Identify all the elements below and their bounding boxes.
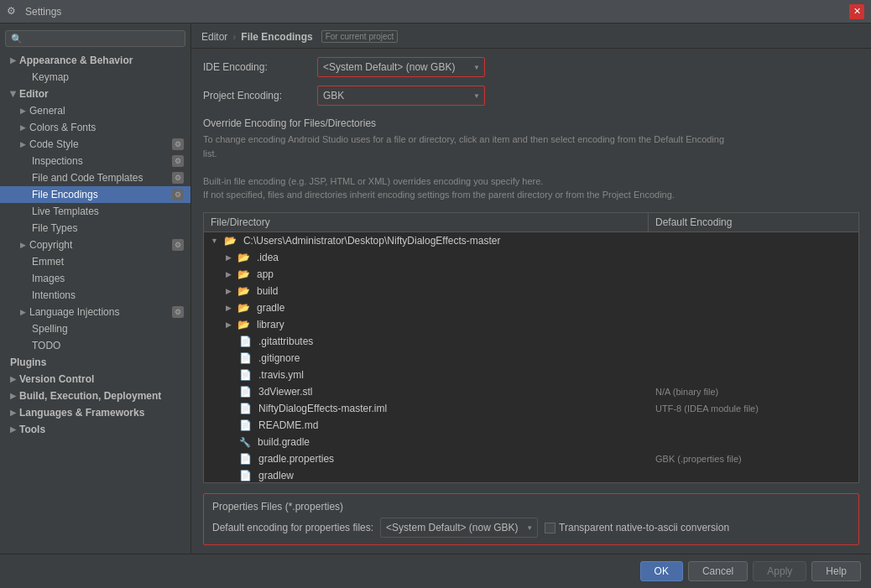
- file-row[interactable]: ▶📂library: [204, 316, 858, 333]
- sidebar-arrow-version-control: ▶: [10, 375, 16, 383]
- file-table-header: File/Directory Default Encoding: [204, 213, 858, 232]
- sidebar-label-general: General: [29, 105, 65, 117]
- sidebar-label-appearance: Appearance & Behavior: [19, 55, 133, 66]
- sidebar-item-keymap[interactable]: Keymap: [0, 69, 190, 86]
- sidebar-label-editor: Editor: [19, 88, 49, 100]
- sidebar-arrow-editor: ▶: [9, 91, 18, 97]
- file-row[interactable]: ▶📂gradle: [204, 299, 858, 316]
- folder-arrow-icon: ▶: [226, 320, 232, 329]
- sidebar-arrow-appearance: ▶: [10, 56, 16, 65]
- sidebar-item-file-encodings[interactable]: File Encodings⚙: [0, 186, 190, 203]
- file-name: .idea: [257, 252, 279, 263]
- file-row[interactable]: ▶📂app: [204, 266, 858, 283]
- file-row[interactable]: 📄3dViewer.stlN/A (binary file): [204, 383, 858, 400]
- sidebar-item-version-control[interactable]: ▶Version Control: [0, 371, 190, 388]
- settings-icon-file-encodings: ⚙: [172, 189, 184, 200]
- file-row[interactable]: 📄README.md: [204, 417, 858, 434]
- settings-icon-copyright: ⚙: [172, 239, 184, 251]
- help-button[interactable]: Help: [811, 561, 861, 581]
- sidebar-item-live-templates[interactable]: Live Templates: [0, 203, 190, 220]
- sidebar-item-plugins[interactable]: Plugins: [0, 354, 190, 371]
- sidebar-item-emmet[interactable]: Emmet: [0, 253, 190, 270]
- sidebar-item-colors-fonts[interactable]: ▶Colors & Fonts: [0, 119, 190, 136]
- sidebar-label-colors-fonts: Colors & Fonts: [29, 122, 96, 133]
- file-name: build: [257, 285, 278, 297]
- sidebar-item-appearance[interactable]: ▶Appearance & Behavior: [0, 52, 190, 69]
- search-box[interactable]: 🔍: [5, 30, 185, 47]
- file-encoding: [649, 307, 858, 309]
- cancel-button[interactable]: Cancel: [688, 561, 748, 581]
- file-name-cell: 📄.gitignore: [204, 351, 649, 365]
- sidebar-item-images[interactable]: Images: [0, 270, 190, 287]
- sidebar-item-code-style[interactable]: ▶Code Style⚙: [0, 136, 190, 153]
- file-name: .gitattributes: [258, 336, 313, 347]
- file-name: app: [257, 268, 274, 280]
- file-row[interactable]: 📄.gitignore: [204, 350, 858, 367]
- sidebar-label-file-encodings: File Encodings: [32, 189, 98, 200]
- file-name-cell: ▶📂.idea: [204, 251, 649, 264]
- sidebar-label-emmet: Emmet: [32, 256, 64, 268]
- close-button[interactable]: ✕: [849, 4, 864, 19]
- apply-button[interactable]: Apply: [753, 561, 806, 581]
- ide-encoding-select[interactable]: <System Default> (now GBK): [317, 57, 485, 77]
- file-row[interactable]: 📄.gitattributes: [204, 333, 858, 350]
- ok-button[interactable]: OK: [640, 561, 683, 581]
- sidebar-arrow-general: ▶: [20, 107, 26, 115]
- sidebar-item-todo[interactable]: TODO: [0, 337, 190, 354]
- sidebar-item-editor[interactable]: ▶Editor: [0, 86, 190, 102]
- sidebar-label-copyright: Copyright: [29, 239, 72, 251]
- file-name-cell: 📄NiftyDialogEffects-master.iml: [204, 402, 649, 415]
- file-row[interactable]: ▼📂C:\Users\Administrator\Desktop\NiftyDi…: [204, 232, 858, 249]
- settings-icon-inspections: ⚙: [172, 155, 184, 167]
- file-name: build.gradle: [258, 436, 310, 448]
- sidebar-label-file-types: File Types: [32, 222, 77, 234]
- file-encoding: [649, 290, 858, 292]
- app-icon: ⚙: [7, 5, 20, 18]
- file-row[interactable]: ▶📂.idea: [204, 249, 858, 266]
- sidebar-arrow-code-style: ▶: [20, 140, 26, 148]
- settings-icon-language-injections: ⚙: [172, 306, 184, 318]
- file-encoding: [649, 475, 858, 476]
- override-section: Override Encoding for Files/Directories …: [203, 117, 859, 206]
- sidebar-label-version-control: Version Control: [19, 373, 94, 385]
- sidebar-arrow-tools: ▶: [10, 425, 16, 434]
- search-input[interactable]: [26, 33, 180, 44]
- folder-icon: 📂: [237, 252, 250, 263]
- file-row[interactable]: 📄gradlew: [204, 467, 858, 483]
- folder-arrow-icon: ▶: [226, 287, 232, 295]
- file-encoding: [649, 273, 858, 275]
- properties-encoding-select[interactable]: <System Default> (now GBK): [380, 518, 538, 538]
- file-encoding: [649, 324, 858, 325]
- file-name-cell: 📄README.md: [204, 419, 649, 432]
- window-title: Settings: [25, 6, 849, 18]
- ide-encoding-row: IDE Encoding: <System Default> (now GBK): [203, 57, 859, 77]
- file-row[interactable]: ▶📂build: [204, 283, 858, 299]
- sidebar-item-file-types[interactable]: File Types: [0, 220, 190, 237]
- project-encoding-select[interactable]: GBK: [317, 86, 485, 106]
- sidebar-item-spelling[interactable]: Spelling: [0, 320, 190, 337]
- file-row[interactable]: 📄gradle.propertiesGBK (.properties file): [204, 450, 858, 467]
- file-row[interactable]: 🔧build.gradle: [204, 434, 858, 450]
- folder-icon: 📂: [224, 235, 237, 247]
- sidebar-item-general[interactable]: ▶General: [0, 102, 190, 119]
- sidebar-arrow-build-execution: ▶: [10, 392, 16, 400]
- override-desc-line3: Built-in file encoding (e.g. JSP, HTML o…: [203, 176, 543, 186]
- transparent-conversion-checkbox[interactable]: [545, 523, 555, 533]
- sidebar-item-intentions[interactable]: Intentions: [0, 287, 190, 304]
- dialog-footer: OK Cancel Apply Help: [0, 554, 871, 588]
- properties-encoding-label: Default encoding for properties files:: [212, 522, 373, 533]
- sidebar-item-tools[interactable]: ▶Tools: [0, 421, 190, 438]
- folder-icon: 📂: [237, 302, 250, 314]
- sidebar-item-file-code-templates[interactable]: File and Code Templates⚙: [0, 169, 190, 186]
- sidebar-item-language-injections[interactable]: ▶Language Injections⚙: [0, 304, 190, 320]
- sidebar-item-build-execution[interactable]: ▶Build, Execution, Deployment: [0, 388, 190, 404]
- file-encoding: N/A (binary file): [649, 386, 858, 398]
- file-table: File/Directory Default Encoding ▼📂C:\Use…: [203, 212, 859, 484]
- file-row[interactable]: 📄NiftyDialogEffects-master.imlUTF-8 (IDE…: [204, 400, 858, 417]
- breadcrumb-current: File Encodings: [241, 31, 312, 43]
- sidebar-item-copyright[interactable]: ▶Copyright⚙: [0, 237, 190, 253]
- sidebar-item-inspections[interactable]: Inspections⚙: [0, 153, 190, 169]
- sidebar-item-languages[interactable]: ▶Languages & Frameworks: [0, 404, 190, 421]
- file-row[interactable]: 📄.travis.yml: [204, 367, 858, 383]
- override-title: Override Encoding for Files/Directories: [203, 117, 859, 129]
